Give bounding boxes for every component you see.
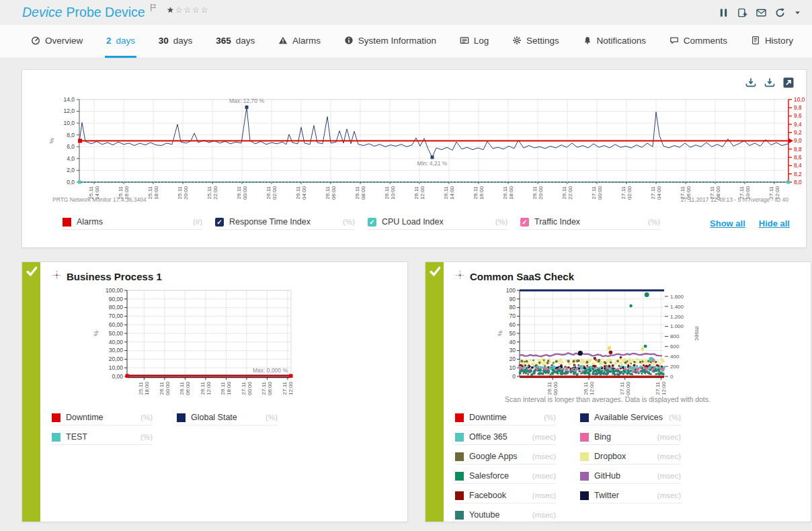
- svg-text:25.11: 25.11: [206, 186, 212, 199]
- svg-text:22:00: 22:00: [212, 186, 218, 200]
- legend-item-bing[interactable]: Bing(msec): [580, 432, 681, 445]
- tab-bar: Overview2days30days365daysAlarmsSystem I…: [0, 25, 812, 58]
- move-icon[interactable]: [52, 270, 62, 283]
- svg-text:50: 50: [510, 330, 516, 337]
- tab-log[interactable]: Log: [458, 25, 491, 58]
- svg-text:08:00: 08:00: [360, 186, 366, 200]
- svg-text:27.11: 27.11: [655, 381, 661, 395]
- svg-text:26.11: 26.11: [384, 186, 390, 199]
- tab-system-information[interactable]: System Information: [343, 25, 438, 58]
- legend-item-facebook[interactable]: Facebook(msec): [455, 491, 556, 503]
- legend-unit: (msec): [532, 433, 556, 441]
- legend-item-salesforce[interactable]: Salesforce(msec): [455, 471, 556, 484]
- svg-text:02:00: 02:00: [626, 186, 633, 200]
- tab-365days[interactable]: 365days: [214, 25, 256, 58]
- tab-overview[interactable]: Overview: [30, 25, 84, 58]
- svg-text:00:00: 00:00: [553, 381, 559, 395]
- legend-item-available-services[interactable]: Available Services(%): [580, 413, 681, 425]
- svg-text:8,6: 8,6: [794, 154, 802, 161]
- svg-text:8,0: 8,0: [794, 179, 802, 186]
- tab-label-strong: 2: [106, 36, 112, 46]
- tab-alarms[interactable]: Alarms: [277, 25, 322, 58]
- pause-icon[interactable]: [719, 7, 729, 17]
- expand-icon[interactable]: [783, 77, 794, 91]
- svg-text:100: 100: [506, 287, 516, 294]
- log-icon: [460, 36, 469, 45]
- legend-item-office-365[interactable]: Office 365(msec): [455, 432, 556, 445]
- legend-item-github[interactable]: GitHub(msec): [580, 471, 681, 484]
- tab-label: Comments: [684, 36, 727, 46]
- legend-unit: (msec): [657, 452, 681, 460]
- legend-item-global-state[interactable]: Global State(%): [177, 413, 278, 425]
- svg-text:25.11: 25.11: [177, 186, 183, 199]
- move-icon[interactable]: [455, 270, 465, 283]
- svg-text:14:00: 14:00: [449, 186, 455, 200]
- legend-item-google-apps[interactable]: Google Apps(msec): [455, 452, 556, 464]
- download-icon[interactable]: [764, 77, 775, 91]
- svg-text:02:00: 02:00: [272, 186, 278, 200]
- svg-text:26.11: 26.11: [236, 186, 242, 199]
- svg-text:0,00: 0,00: [112, 373, 123, 380]
- hide-all-link[interactable]: Hide all: [759, 218, 790, 229]
- legend-item-response-time-index[interactable]: ✓Response Time Index(%): [215, 217, 355, 230]
- legend-color-swatch: [580, 433, 589, 442]
- legend-label: Salesforce: [469, 471, 509, 481]
- tab-2days[interactable]: 2days: [105, 25, 136, 58]
- legend-item-dropbox[interactable]: Dropbox(msec): [580, 452, 681, 464]
- svg-text:26.11: 26.11: [295, 186, 301, 199]
- refresh-icon[interactable]: [775, 7, 785, 17]
- svg-text:25.11: 25.11: [147, 186, 153, 199]
- legend-item-downtime[interactable]: Downtime(%): [52, 413, 153, 425]
- legend-label: Google Apps: [469, 452, 518, 461]
- legend-label: Office 365: [469, 432, 508, 442]
- legend-item-youtube[interactable]: Youtube(msec): [455, 510, 556, 523]
- legend-label: Downtime: [66, 413, 104, 422]
- svg-text:06:00: 06:00: [331, 186, 337, 200]
- tab-label-strong: 30: [159, 36, 169, 46]
- tab-comments[interactable]: Comments: [668, 25, 729, 58]
- flag-icon[interactable]: [150, 3, 159, 15]
- mail-icon[interactable]: [756, 7, 766, 17]
- legend-item-downtime[interactable]: Downtime(%): [455, 413, 556, 425]
- priority-stars[interactable]: ★☆☆☆☆: [167, 5, 210, 15]
- svg-text:msec: msec: [694, 326, 700, 341]
- svg-text:12:00: 12:00: [589, 381, 595, 395]
- legend-label: Traffic Index: [534, 217, 580, 227]
- legend-item-traffic-index[interactable]: ✓Traffic Index(%): [520, 217, 660, 230]
- svg-text:Max: 12,70 %: Max: 12,70 %: [229, 97, 264, 104]
- legend-label: Response Time Index: [229, 217, 311, 227]
- tab-history[interactable]: History: [749, 25, 795, 58]
- svg-text:00:00: 00:00: [625, 381, 631, 395]
- svg-text:18:00: 18:00: [153, 186, 159, 200]
- legend-item-test[interactable]: TEST(%): [52, 432, 153, 445]
- svg-text:8,4: 8,4: [794, 162, 802, 169]
- header-actions: [719, 7, 801, 17]
- caret-down-icon[interactable]: [794, 9, 801, 16]
- legend-unit: (msec): [657, 491, 681, 499]
- download-icon[interactable]: [745, 77, 756, 91]
- show-all-link[interactable]: Show all: [710, 218, 745, 229]
- graph-actions: [745, 77, 794, 91]
- clone-icon[interactable]: [737, 7, 747, 17]
- legend-item-alarms[interactable]: Alarms(#): [63, 217, 202, 230]
- tab-notifications[interactable]: Notifications: [581, 25, 648, 58]
- bell-icon: [583, 36, 592, 45]
- svg-text:400: 400: [670, 354, 680, 360]
- svg-text:40: 40: [510, 339, 516, 345]
- legend-color-swatch: [580, 472, 589, 481]
- legend-unit: (msec): [532, 511, 556, 519]
- svg-text:00:00: 00:00: [242, 186, 248, 200]
- svg-text:06:00: 06:00: [267, 381, 273, 395]
- tab-30days[interactable]: 30days: [157, 25, 194, 58]
- svg-text:Max: 0,000 %: Max: 0,000 %: [253, 367, 288, 374]
- svg-text:14,0: 14,0: [63, 97, 75, 103]
- tab-label: days: [236, 36, 255, 46]
- tab-settings[interactable]: Settings: [511, 25, 561, 58]
- svg-text:06:00: 06:00: [185, 381, 191, 395]
- legend-label: Dropbox: [594, 452, 626, 461]
- svg-text:9,2: 9,2: [794, 129, 802, 136]
- legend-item-twitter[interactable]: Twitter(msec): [580, 491, 681, 503]
- graph-version-text: PRTG Network Monitor 17.4.36.3404: [52, 196, 147, 203]
- device-type-label: Device: [22, 5, 63, 20]
- legend-item-cpu-load-index[interactable]: ✓CPU Load Index(%): [368, 217, 508, 230]
